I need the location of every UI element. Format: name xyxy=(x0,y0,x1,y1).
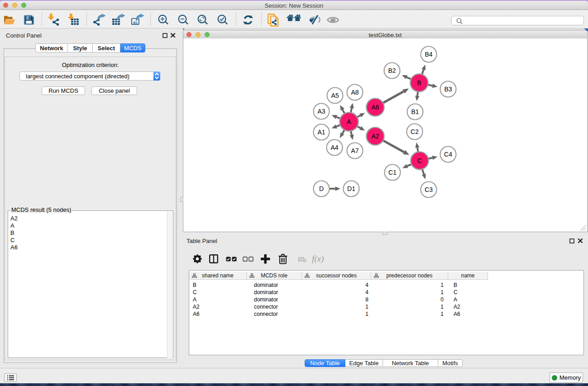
svg-text:f(x): f(x) xyxy=(312,254,324,264)
svg-text:D: D xyxy=(319,185,324,192)
svg-text:A7: A7 xyxy=(351,147,359,154)
svg-text:B: B xyxy=(417,79,421,86)
svg-text:B4: B4 xyxy=(425,51,432,58)
svg-text:C2: C2 xyxy=(411,128,419,135)
svg-text:B1: B1 xyxy=(411,108,419,115)
svg-text:A1: A1 xyxy=(317,129,325,136)
svg-text:A4: A4 xyxy=(330,144,338,151)
svg-text:D1: D1 xyxy=(347,185,355,192)
svg-text:A2: A2 xyxy=(371,133,379,140)
svg-text:B3: B3 xyxy=(444,86,452,93)
svg-text:A6: A6 xyxy=(371,104,379,111)
svg-text:A8: A8 xyxy=(351,89,359,96)
svg-text:A5: A5 xyxy=(331,92,339,99)
svg-text:A3: A3 xyxy=(317,108,325,115)
svg-text:C: C xyxy=(417,157,422,164)
svg-text:B2: B2 xyxy=(388,67,396,74)
svg-text:C4: C4 xyxy=(444,151,452,158)
svg-text:A: A xyxy=(347,118,351,125)
svg-text:C3: C3 xyxy=(425,186,433,193)
svg-text:C1: C1 xyxy=(388,169,397,176)
